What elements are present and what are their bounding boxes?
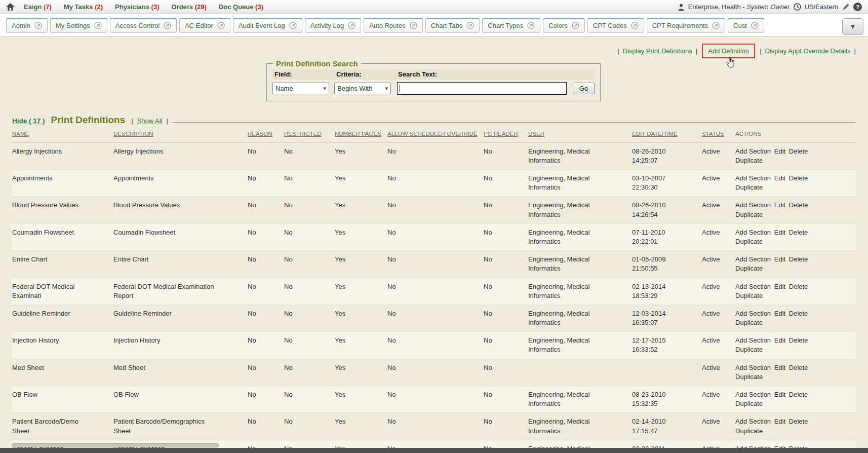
column-sort-link[interactable]: STATUS xyxy=(702,131,724,137)
column-sort-link[interactable]: ALLOW SCHEDULER OVERRIDE xyxy=(387,131,478,137)
action-delete[interactable]: Delete xyxy=(789,364,808,371)
action-duplicate[interactable]: Duplicate xyxy=(735,211,763,218)
popout-icon[interactable] xyxy=(164,22,171,29)
action-duplicate[interactable]: Duplicate xyxy=(735,238,763,245)
action-edit[interactable]: Edit xyxy=(774,418,785,425)
action-add-section[interactable]: Add Section xyxy=(735,147,771,155)
action-duplicate[interactable]: Duplicate xyxy=(735,183,763,191)
column-header-edit-date-time[interactable]: EDIT DATE/TIME xyxy=(632,127,702,142)
display-print-definitions-link[interactable]: Display Print Definitions xyxy=(623,47,692,55)
popout-icon[interactable] xyxy=(217,22,225,29)
clock-icon[interactable] xyxy=(794,3,801,11)
column-sort-link[interactable]: USER xyxy=(528,131,544,137)
action-add-section[interactable]: Add Section xyxy=(735,174,771,182)
column-header-reason[interactable]: REASON xyxy=(248,127,284,142)
tab-colors[interactable]: Colors xyxy=(543,18,585,33)
action-delete[interactable]: Delete xyxy=(789,283,808,290)
criteria-select[interactable]: Begins With ▾ xyxy=(334,83,391,94)
action-add-section[interactable]: Add Section xyxy=(735,283,771,290)
popout-icon[interactable] xyxy=(34,22,42,29)
action-duplicate[interactable]: Duplicate xyxy=(735,400,763,407)
search-text-input[interactable] xyxy=(397,82,567,95)
tab-admin[interactable]: Admin xyxy=(6,18,48,33)
action-delete[interactable]: Delete xyxy=(789,336,808,344)
column-header-description[interactable]: DESCRIPTION xyxy=(113,127,248,142)
column-header-allow-scheduler-override[interactable]: ALLOW SCHEDULER OVERRIDE xyxy=(387,127,484,142)
popout-icon[interactable] xyxy=(466,22,474,29)
menu-esign[interactable]: Esign (7) xyxy=(24,3,52,11)
column-sort-link[interactable]: DESCRIPTION xyxy=(113,131,153,137)
tab-ac-editor[interactable]: AC Editor xyxy=(179,18,230,33)
popout-icon[interactable] xyxy=(289,22,297,29)
tab-chart-tabs[interactable]: Chart Tabs xyxy=(425,18,480,33)
tab-access-control[interactable]: Access Control xyxy=(110,18,177,33)
action-add-section[interactable]: Add Section xyxy=(735,391,771,398)
action-duplicate[interactable]: Duplicate xyxy=(735,346,763,353)
action-add-section[interactable]: Add Section xyxy=(735,229,771,236)
menu-doc-queue[interactable]: Doc Queue (3) xyxy=(219,3,263,11)
home-button[interactable] xyxy=(6,3,15,11)
display-appt-override-details-link[interactable]: Display Appt Override Details xyxy=(765,47,851,55)
tab-cust[interactable]: Cust xyxy=(728,18,764,33)
tab-cpt-requirements[interactable]: CPT Requirements xyxy=(647,18,725,33)
column-header-name[interactable]: NAME xyxy=(12,127,113,142)
action-add-section[interactable]: Add Section xyxy=(735,336,771,344)
action-add-section[interactable]: Add Section xyxy=(735,418,771,425)
tab-audit-event-log[interactable]: Audit Event Log xyxy=(233,18,302,33)
action-delete[interactable]: Delete xyxy=(789,255,808,263)
horizontal-scrollbar-thumb[interactable] xyxy=(12,443,219,447)
action-delete[interactable]: Delete xyxy=(789,201,808,209)
action-duplicate[interactable]: Duplicate xyxy=(735,265,763,272)
action-edit[interactable]: Edit xyxy=(774,229,785,236)
action-edit[interactable]: Edit xyxy=(774,201,785,209)
action-duplicate[interactable]: Duplicate xyxy=(735,157,763,164)
column-sort-link[interactable]: RESTRICTED xyxy=(284,131,321,137)
menu-orders[interactable]: Orders (29) xyxy=(171,3,206,11)
menu-physicians[interactable]: Physicians (3) xyxy=(115,3,159,11)
popout-icon[interactable] xyxy=(572,22,579,29)
tab-chart-types[interactable]: Chart Types xyxy=(482,18,540,33)
action-delete[interactable]: Delete xyxy=(789,418,808,425)
show-all-link[interactable]: Show All xyxy=(137,117,163,125)
action-delete[interactable]: Delete xyxy=(789,147,808,155)
add-definition-link[interactable]: Add Definition xyxy=(708,47,749,55)
menu-my-tasks[interactable]: My Tasks (2) xyxy=(64,3,103,11)
action-add-section[interactable]: Add Section xyxy=(735,310,771,317)
action-edit[interactable]: Edit xyxy=(774,147,785,155)
help-icon[interactable]: ? xyxy=(853,3,862,11)
action-delete[interactable]: Delete xyxy=(789,391,808,398)
hide-link[interactable]: Hide ( 17 ) xyxy=(12,117,45,125)
column-header-status[interactable]: STATUS xyxy=(702,127,735,142)
column-sort-link[interactable]: EDIT DATE/TIME xyxy=(632,131,678,137)
popout-icon[interactable] xyxy=(527,22,535,29)
bottom-scrollbar-track[interactable] xyxy=(0,448,868,453)
action-delete[interactable]: Delete xyxy=(789,174,808,182)
tab-overflow-button[interactable]: ▼ xyxy=(842,18,863,35)
action-edit[interactable]: Edit xyxy=(774,255,785,263)
column-header-restricted[interactable]: RESTRICTED xyxy=(284,127,335,142)
action-duplicate[interactable]: Duplicate xyxy=(735,319,763,326)
action-delete[interactable]: Delete xyxy=(789,229,808,236)
column-header-pg-header[interactable]: PG HEADER xyxy=(484,127,528,142)
column-sort-link[interactable]: REASON xyxy=(248,131,272,137)
popout-icon[interactable] xyxy=(751,22,759,29)
action-duplicate[interactable]: Duplicate xyxy=(735,373,763,381)
popout-icon[interactable] xyxy=(94,22,102,29)
tab-auto-routes[interactable]: Auto Routes xyxy=(364,18,423,33)
column-sort-link[interactable]: NAME xyxy=(12,131,29,137)
popout-icon[interactable] xyxy=(631,22,639,29)
wand-icon[interactable] xyxy=(842,3,850,11)
action-add-section[interactable]: Add Section xyxy=(735,364,771,371)
popout-icon[interactable] xyxy=(712,22,720,29)
action-edit[interactable]: Edit xyxy=(774,336,785,344)
column-sort-link[interactable]: PG HEADER xyxy=(484,131,518,137)
field-select[interactable]: Name ▾ xyxy=(272,83,329,94)
action-duplicate[interactable]: Duplicate xyxy=(735,292,763,299)
go-button[interactable]: Go xyxy=(573,83,595,94)
tab-cpt-codes[interactable]: CPT Codes xyxy=(587,18,644,33)
action-edit[interactable]: Edit xyxy=(774,364,785,371)
action-add-section[interactable]: Add Section xyxy=(735,255,771,263)
action-edit[interactable]: Edit xyxy=(774,391,785,398)
action-duplicate[interactable]: Duplicate xyxy=(735,427,763,435)
column-header-user[interactable]: USER xyxy=(528,127,632,142)
